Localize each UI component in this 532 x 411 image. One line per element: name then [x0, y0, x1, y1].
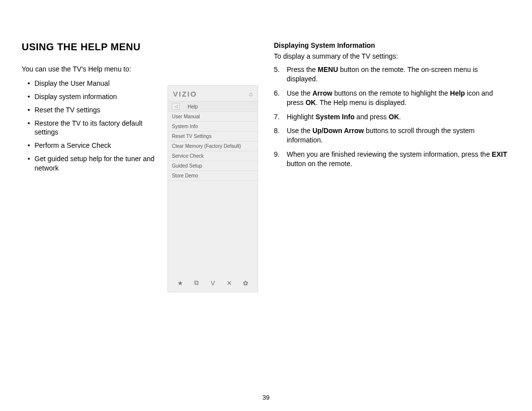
subsection-intro: To display a summary of the TV settings: [274, 52, 510, 60]
bullet-item: Reset the TV settings [22, 105, 156, 115]
screen-icon: ⧉ [193, 279, 200, 287]
section-title: USING THE HELP MENU [22, 41, 258, 53]
tv-menu-item: System Info [168, 122, 258, 132]
bullet-item: Perform a Service Check [22, 141, 156, 150]
intro-text: You can use the TV's Help menu to: [22, 65, 156, 74]
bullet-list: Display the User Manual Display system i… [22, 79, 156, 173]
page-number: 39 [263, 394, 269, 401]
tv-menu-screenshot: VIZIO ⌂ ◁ Help User Manual System Info R… [167, 85, 258, 292]
bullet-item: Get guided setup help for the tuner and … [22, 154, 156, 173]
tv-footer-icons: ★ ⧉ V ✕ ✿ [168, 276, 258, 292]
tv-menu-item: Store Demo [168, 171, 258, 181]
breadcrumb-label: Help [188, 104, 198, 109]
tv-breadcrumb: ◁ Help [168, 101, 258, 112]
steps-list: Press the MENU button on the remote. The… [274, 65, 510, 173]
tv-brand-label: VIZIO [173, 90, 197, 98]
tv-menu-item: User Manual [168, 112, 258, 122]
step-item: When you are finished reviewing the syst… [284, 150, 510, 169]
gear-icon: ✿ [241, 279, 249, 287]
bullet-item: Display system information [22, 92, 156, 102]
bullet-item: Display the User Manual [22, 79, 156, 88]
tv-menu-item: Service Check [168, 151, 258, 161]
step-item: Highlight System Info and press OK. [284, 112, 510, 122]
v-icon: V [209, 279, 217, 287]
star-icon: ★ [176, 279, 184, 287]
bullet-item: Restore the TV to its factory default se… [22, 119, 156, 137]
tv-menu-item: Clear Memory (Factory Default) [168, 141, 258, 151]
step-item: Use the Arrow buttons on the remote to h… [284, 89, 510, 107]
tv-menu-item: Guided Setup [168, 161, 258, 171]
tv-menu-item: Reset TV Settings [168, 132, 258, 141]
back-arrow-icon: ◁ [172, 103, 180, 110]
step-item: Use the Up/Down Arrow buttons to scroll … [284, 126, 510, 145]
home-icon: ⌂ [249, 91, 253, 98]
subsection-title: Displaying System Information [274, 41, 510, 49]
step-item: Press the MENU button on the remote. The… [284, 65, 510, 84]
tv-menu-list: User Manual System Info Reset TV Setting… [168, 112, 258, 181]
close-icon: ✕ [225, 279, 233, 287]
